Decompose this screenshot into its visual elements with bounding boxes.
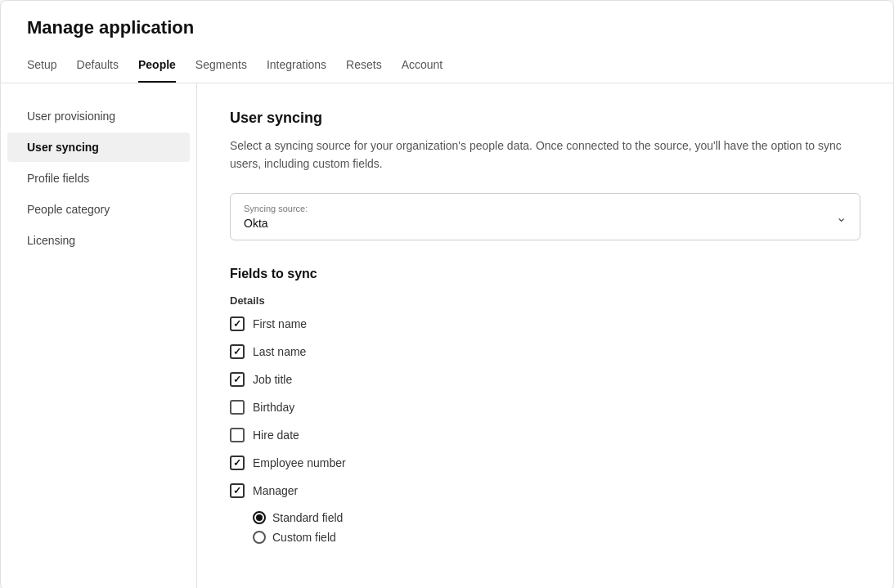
checkbox-employee-number[interactable] [230, 456, 245, 470]
checkbox-job-title[interactable] [230, 372, 245, 387]
sidebar-item-licensing[interactable]: Licensing [7, 226, 190, 255]
checkbox-hire-date[interactable] [230, 428, 245, 442]
sidebar-item-user-syncing[interactable]: User syncing [7, 132, 190, 162]
radio-row-standard-field[interactable]: Standard field [253, 511, 860, 524]
field-label-birthday: Birthday [253, 401, 294, 414]
field-row-first-name: First name [230, 316, 860, 331]
section-title: User syncing [230, 110, 860, 127]
checkbox-birthday[interactable] [230, 400, 245, 415]
tab-resets[interactable]: Resets [346, 52, 382, 83]
field-label-manager: Manager [253, 484, 298, 497]
field-row-birthday: Birthday [230, 400, 860, 415]
details-label: Details [230, 294, 860, 307]
tab-integrations[interactable]: Integrations [267, 52, 326, 83]
tab-defaults[interactable]: Defaults [77, 52, 119, 83]
radio-label-standard-field: Standard field [272, 511, 343, 524]
field-row-job-title: Job title [230, 372, 860, 387]
tab-setup[interactable]: Setup [27, 52, 57, 83]
sidebar-item-profile-fields[interactable]: Profile fields [7, 164, 190, 193]
chevron-down-icon: ⌄ [836, 209, 847, 224]
checkbox-first-name[interactable] [230, 316, 245, 331]
field-label-employee-number: Employee number [253, 456, 346, 469]
checkbox-last-name[interactable] [230, 344, 245, 359]
tab-account[interactable]: Account [402, 52, 443, 83]
field-label-last-name: Last name [253, 345, 306, 358]
field-row-employee-number: Employee number [230, 456, 860, 470]
tab-people[interactable]: People [138, 52, 176, 83]
fields-to-sync-title: Fields to sync [230, 267, 860, 281]
manager-sub-options: Standard fieldCustom field [253, 511, 860, 544]
radio-custom-field[interactable] [253, 531, 266, 544]
field-label-hire-date: Hire date [253, 429, 299, 442]
field-label-first-name: First name [253, 317, 307, 330]
section-description: Select a syncing source for your organiz… [230, 137, 860, 173]
nav-tabs: SetupDefaultsPeopleSegmentsIntegrationsR… [27, 52, 867, 83]
radio-standard-field[interactable] [253, 511, 266, 524]
checkbox-manager[interactable] [230, 483, 245, 498]
field-label-job-title: Job title [253, 373, 292, 386]
field-row-last-name: Last name [230, 344, 860, 359]
page-title: Manage application [27, 17, 867, 38]
sidebar-item-user-provisioning[interactable]: User provisioning [7, 101, 190, 131]
field-row-hire-date: Hire date [230, 428, 860, 442]
fields-list: First nameLast nameJob titleBirthdayHire… [230, 316, 860, 544]
app-container: Manage application SetupDefaultsPeopleSe… [0, 0, 894, 588]
radio-row-custom-field[interactable]: Custom field [253, 531, 860, 544]
syncing-source-value: Okta [244, 217, 847, 230]
syncing-source-container[interactable]: Syncing source: Okta ⌄ [230, 193, 860, 240]
content-area: User provisioningUser syncingProfile fie… [1, 83, 893, 588]
sidebar: User provisioningUser syncingProfile fie… [1, 83, 197, 588]
sidebar-item-people-category[interactable]: People category [7, 195, 190, 224]
page-header: Manage application SetupDefaultsPeopleSe… [1, 1, 893, 83]
radio-label-custom-field: Custom field [272, 531, 336, 544]
tab-segments[interactable]: Segments [195, 52, 247, 83]
syncing-source-label: Syncing source: [244, 204, 847, 213]
field-row-manager: Manager [230, 483, 860, 498]
main-content: User syncing Select a syncing source for… [197, 83, 893, 588]
